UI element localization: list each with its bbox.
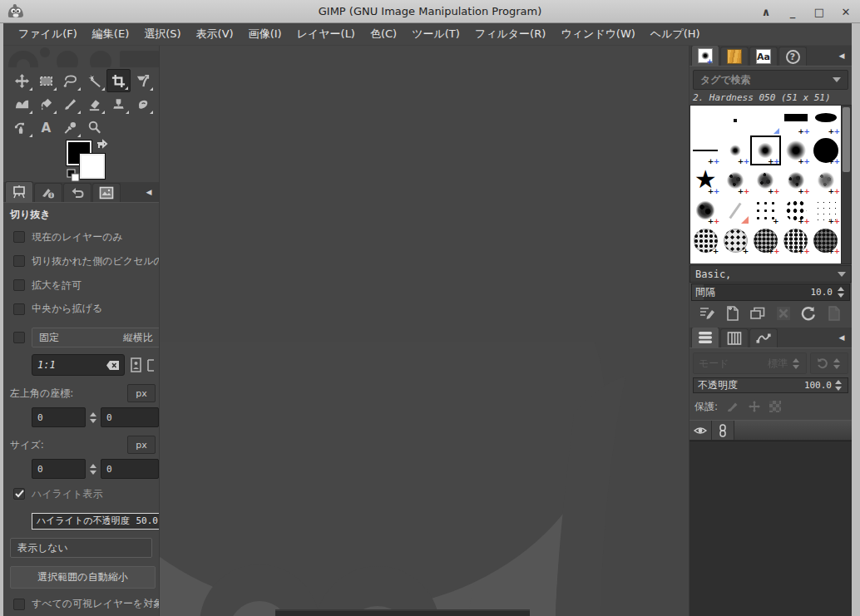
tab-brushes[interactable]: + (691, 46, 719, 66)
brush-hardness-075[interactable]: ++ (781, 136, 811, 165)
eraser-tool-icon[interactable] (82, 92, 106, 116)
opacity-spinner[interactable] (833, 380, 843, 391)
menu-windows[interactable]: ウィンドウ(W) (554, 23, 642, 45)
close-button[interactable]: ✕ (838, 4, 853, 19)
edit-brush-icon[interactable] (697, 304, 717, 323)
brush-chalk-2[interactable]: ++ (750, 165, 780, 195)
brush-blank[interactable] (690, 106, 720, 136)
position-unit-combo[interactable]: px (127, 384, 156, 402)
brush-texture-3[interactable]: ++ (750, 225, 780, 255)
menu-image[interactable]: 画像(I) (242, 23, 289, 45)
size-spinner[interactable] (89, 464, 97, 475)
mode-spinner[interactable] (791, 358, 801, 369)
landscape-orientation-button[interactable] (147, 357, 154, 373)
brush-texture-bar-4[interactable] (781, 255, 811, 264)
brush-dots-sparse[interactable]: + (750, 195, 780, 225)
menu-layer[interactable]: レイヤー(L) (290, 23, 362, 45)
size-height-input[interactable]: 0 (101, 459, 159, 479)
menu-filters[interactable]: フィルター(R) (468, 23, 552, 45)
size-unit-combo[interactable]: px (127, 436, 156, 454)
fixed-mode-combo[interactable]: 固定 縦横比 (32, 328, 159, 347)
delete-brush-icon[interactable] (774, 304, 793, 323)
minimize-button[interactable]: _ (785, 4, 800, 19)
brush-tag-search[interactable]: タグで検索 (693, 70, 848, 90)
checkbox-current-layer-only[interactable]: 現在のレイヤーのみ (3, 225, 159, 249)
lock-pixels-icon[interactable] (726, 400, 739, 413)
brush-dots-splatter[interactable]: ++ (781, 195, 811, 225)
brush-clipboard[interactable] (750, 106, 780, 136)
reset-spinner[interactable] (832, 358, 842, 369)
brush-texture-bar-3[interactable] (750, 255, 780, 264)
brush-block-bar[interactable]: ++ (781, 106, 811, 136)
menu-colors[interactable]: 色(C) (363, 23, 403, 45)
brush-chalk-soft[interactable]: ++ (811, 165, 841, 195)
text-tool-icon[interactable]: A (34, 116, 58, 139)
checkbox-box[interactable] (13, 231, 25, 243)
paths-tool-icon[interactable] (10, 116, 34, 139)
checkbox-box[interactable] (13, 303, 25, 315)
zoom-tool-icon[interactable] (82, 116, 106, 139)
new-brush-icon[interactable] (723, 304, 743, 323)
tab-patterns[interactable] (720, 47, 749, 66)
brush-thin-line[interactable]: ++ (690, 136, 720, 165)
brush-grid-scrollbar[interactable] (841, 105, 852, 264)
brush-dots-fine[interactable]: ++ (811, 195, 841, 225)
lock-alpha-icon[interactable] (769, 401, 781, 412)
tab-channels[interactable] (720, 328, 749, 347)
checkbox-box[interactable] (13, 279, 25, 291)
brush-texture-4[interactable]: ++ (781, 225, 811, 255)
tab-device-status[interactable]: i (34, 183, 62, 202)
tab-paths[interactable] (749, 328, 778, 347)
menu-help[interactable]: ヘルプ(H) (644, 23, 707, 45)
dock-menu-left-icon[interactable]: ◀ (142, 185, 156, 199)
menu-tools[interactable]: ツール(T) (405, 23, 467, 45)
checkbox-highlight[interactable]: ハイライト表示 (3, 482, 159, 506)
rectangle-select-tool-icon[interactable] (34, 69, 58, 92)
brush-texture-2[interactable]: + (720, 225, 750, 255)
brush-filter-combo[interactable]: Basic, (689, 265, 852, 283)
brush-texture-bar-1[interactable] (690, 255, 720, 264)
tab-fonts[interactable]: Aa (749, 47, 778, 66)
brush-hardness-100[interactable]: ++ (811, 136, 841, 165)
checkbox-sample-merged[interactable]: すべての可視レイヤーを対象にする (3, 592, 159, 616)
swap-colors-icon[interactable] (95, 139, 108, 155)
background-color-swatch[interactable] (80, 154, 105, 179)
highlight-opacity-slider[interactable]: ハイライトの不透明度 50.0 (32, 513, 159, 530)
checkbox-allow-growing[interactable]: 拡大を許可 (3, 274, 159, 298)
mode-reset-button[interactable] (810, 352, 848, 374)
dock-menu-left-icon[interactable]: ◀ (835, 49, 848, 62)
tab-undo-history[interactable] (63, 183, 91, 202)
brush-grid[interactable]: ++ ++ ++ ++ ++ ++ ++ ★++ ++ ++ ++ ++ ++ (689, 105, 841, 264)
size-width-input[interactable]: 0 (32, 459, 86, 479)
crop-tool-icon[interactable] (106, 69, 131, 92)
transform-tool-icon[interactable] (131, 69, 155, 92)
eye-icon[interactable] (689, 421, 712, 440)
aspect-ratio-input[interactable]: 1:1 (32, 354, 125, 376)
brush-spacing-slider[interactable]: 間隔 10.0 (691, 283, 850, 301)
brush-texture-1[interactable]: + (690, 225, 720, 255)
titlebar[interactable]: GIMP (GNU Image Manipulation Program) ∧ … (0, 0, 860, 23)
move-tool-icon[interactable] (10, 69, 34, 92)
bucket-fill-tool-icon[interactable] (34, 92, 58, 116)
menu-edit[interactable]: 編集(E) (86, 23, 136, 45)
menu-view[interactable]: 表示(V) (190, 23, 240, 45)
brush-texture-bar-5[interactable] (811, 255, 841, 264)
position-spinner[interactable] (89, 412, 97, 423)
tab-images[interactable] (92, 183, 121, 202)
position-y-input[interactable]: 0 (101, 407, 159, 427)
brush-faint-stroke[interactable] (720, 195, 750, 225)
checkbox-expand-from-center[interactable]: 中央から拡げる (3, 298, 159, 322)
spacing-spinner[interactable] (836, 287, 846, 298)
brush-star[interactable]: ★++ (690, 165, 720, 195)
brush-hardness-025[interactable]: ++ (720, 136, 750, 165)
checkbox-delete-cropped-pixels[interactable]: 切り抜かれた側のピクセルの削除 (3, 249, 159, 274)
tab-help[interactable]: ? (778, 47, 807, 66)
brush-texture-bar-2[interactable] (720, 255, 750, 264)
checkbox-box[interactable] (13, 255, 25, 267)
portrait-orientation-button[interactable] (130, 357, 142, 373)
chain-icon[interactable] (712, 421, 734, 440)
clone-tool-icon[interactable] (106, 92, 131, 116)
layer-opacity-slider[interactable]: 不透明度 100.0 (693, 377, 848, 393)
layer-mode-combo[interactable]: モード 標準 (693, 352, 807, 374)
refresh-brushes-icon[interactable] (798, 304, 818, 323)
